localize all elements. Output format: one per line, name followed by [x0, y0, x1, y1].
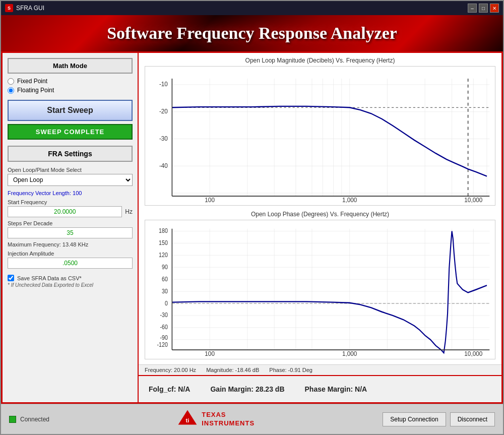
close-button[interactable]: ✕ [490, 4, 499, 13]
svg-text:1,000: 1,000 [342, 350, 357, 357]
header-banner: Software Frequency Response Analyzer [1, 15, 503, 51]
radio-fixed-label: Fixed Point [17, 78, 47, 85]
phase-chart-title: Open Loop Phase (Degrees) Vs. Frequency … [145, 211, 495, 218]
charts-container: Open Loop Magnitude (Decibels) Vs. Frequ… [139, 53, 501, 364]
svg-text:-30: -30 [159, 135, 168, 142]
sidebar: Math Mode Fixed Point Floating Point Sta… [3, 53, 139, 402]
steps-input[interactable]: 35 [8, 227, 133, 238]
math-mode-button[interactable]: Math Mode [8, 58, 133, 74]
footer-right: Setup Connection Disconnect [383, 412, 495, 426]
chart-frequency: Frequency: 20.00 Hz [145, 367, 196, 373]
svg-text:100: 100 [205, 196, 215, 204]
chart-status-bar: Frequency: 20.00 Hz Magnitude: -18.46 dB… [139, 364, 501, 375]
main-content: Math Mode Fixed Point Floating Point Sta… [1, 51, 503, 404]
phase-chart-svg: 180 150 120 90 60 30 0 -30 -60 -90 -120 … [145, 220, 495, 359]
svg-text:ti: ti [186, 417, 190, 423]
magnitude-chart-wrapper: Open Loop Magnitude (Decibels) Vs. Frequ… [145, 57, 495, 207]
title-bar-controls: – □ ✕ [468, 4, 499, 13]
ti-logo-icon: ti [177, 409, 198, 429]
ti-name-line2: Instruments [202, 419, 255, 428]
chart-magnitude: Magnitude: -18.46 dB [206, 367, 259, 373]
fra-settings-button[interactable]: FRA Settings [8, 146, 133, 162]
mode-select-dropdown[interactable]: Open Loop Plant [8, 174, 133, 186]
header-title: Software Frequency Response Analyzer [107, 24, 397, 43]
svg-text:-60: -60 [160, 324, 167, 331]
mode-select-label: Open Loop/Plant Mode Select [8, 167, 133, 173]
title-bar: S SFRA GUI – □ ✕ [1, 1, 503, 15]
start-freq-row: 20.0000 Hz [8, 206, 133, 217]
folg-cf: Folg_cf: N/A [149, 385, 190, 393]
main-window: S SFRA GUI – □ ✕ Software Frequency Resp… [0, 0, 504, 435]
svg-text:1,000: 1,000 [342, 196, 357, 204]
app-icon: S [5, 4, 13, 12]
radio-floating-label: Floating Point [17, 87, 54, 94]
setup-connection-button[interactable]: Setup Connection [383, 412, 446, 426]
freq-vector-value: 100 [73, 190, 82, 196]
svg-rect-31 [145, 220, 495, 359]
ti-name-line1: Texas [202, 411, 255, 419]
start-freq-label: Start Frequency [8, 199, 133, 205]
injection-input[interactable]: .0500 [8, 258, 133, 269]
ti-text: Texas Instruments [202, 411, 255, 428]
svg-text:-120: -120 [157, 342, 167, 348]
start-freq-unit: Hz [125, 208, 133, 215]
sweep-complete-button[interactable]: SWEEP COMPLETE [8, 124, 133, 140]
magnitude-chart-svg: -10 -20 -30 -40 100 1,000 10,000 [145, 66, 495, 206]
radio-fixed-point[interactable]: Fixed Point [8, 78, 133, 85]
connected-label: Connected [20, 416, 49, 423]
svg-text:10,000: 10,000 [464, 350, 482, 357]
freq-vector-display: Frequency Vector Length: 100 [8, 190, 133, 196]
svg-text:60: 60 [162, 276, 168, 282]
bottom-metrics: Folg_cf: N/A Gain Margin: 28.23 dB Phase… [149, 385, 367, 393]
svg-text:-90: -90 [160, 334, 167, 341]
max-freq-display: Maximum Frequency: 13.48 KHz [8, 241, 133, 247]
chart-phase: Phase: -0.91 Deg [269, 367, 312, 373]
svg-text:10,000: 10,000 [464, 196, 482, 204]
save-csv-checkbox[interactable] [8, 275, 14, 281]
minimize-button[interactable]: – [468, 4, 477, 13]
gain-margin: Gain Margin: 28.23 dB [210, 385, 284, 393]
chart-area: Open Loop Magnitude (Decibels) Vs. Frequ… [139, 53, 501, 402]
ti-logo: ti Texas Instruments [177, 409, 255, 429]
metrics-bar: Folg_cf: N/A Gain Margin: 28.23 dB Phase… [139, 375, 501, 402]
footer-bar: Connected ti Texas Instruments Setup Con… [1, 404, 503, 434]
svg-text:30: 30 [162, 288, 168, 294]
start-sweep-button[interactable]: Start Sweep [8, 100, 133, 121]
radio-fixed-input[interactable] [8, 78, 14, 85]
maximize-button[interactable]: □ [479, 4, 488, 13]
disconnect-button[interactable]: Disconnect [450, 412, 495, 426]
svg-text:-30: -30 [160, 312, 167, 319]
radio-group: Fixed Point Floating Point [8, 78, 133, 94]
svg-text:-40: -40 [159, 162, 168, 169]
footer-left: Connected [9, 416, 49, 423]
injection-label: Injection Amplitude [8, 251, 133, 257]
radio-floating-point[interactable]: Floating Point [8, 87, 133, 94]
svg-text:120: 120 [159, 252, 168, 258]
svg-text:100: 100 [205, 350, 215, 357]
svg-text:0: 0 [165, 300, 168, 306]
svg-rect-0 [145, 67, 495, 205]
start-freq-input[interactable]: 20.0000 [8, 206, 122, 217]
steps-label: Steps Per Decade [8, 220, 133, 226]
save-csv-label: Save SFRA Data as CSV* [17, 275, 82, 281]
phase-chart-wrapper: Open Loop Phase (Degrees) Vs. Frequency … [145, 211, 495, 360]
connected-indicator [9, 416, 16, 423]
svg-text:90: 90 [162, 264, 168, 270]
title-bar-left: S SFRA GUI [5, 4, 44, 12]
svg-text:150: 150 [159, 239, 168, 246]
window-title: SFRA GUI [16, 5, 44, 12]
svg-text:180: 180 [159, 228, 168, 234]
save-csv-note: * If Unchecked Data Exported to Excel [8, 282, 133, 288]
phase-margin: Phase Margin: N/A [305, 385, 367, 393]
magnitude-chart-title: Open Loop Magnitude (Decibels) Vs. Frequ… [145, 57, 495, 64]
freq-vector-label: Frequency Vector Length: [8, 190, 73, 196]
svg-text:-10: -10 [159, 81, 168, 88]
radio-floating-input[interactable] [8, 87, 14, 94]
svg-text:-20: -20 [159, 108, 168, 115]
save-csv-row: Save SFRA Data as CSV* [8, 275, 133, 281]
